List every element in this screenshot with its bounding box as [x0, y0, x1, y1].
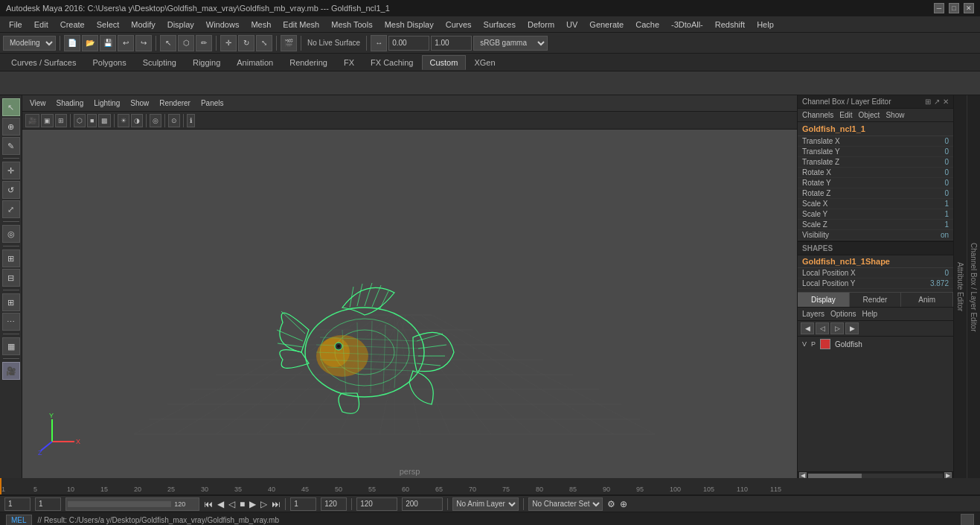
vp-wireframe-btn[interactable]: ⬡: [74, 114, 86, 127]
move-tool[interactable]: ✛: [220, 35, 237, 51]
timeline-range[interactable]: 120: [65, 497, 199, 511]
rotate-tool-btn[interactable]: ↺: [2, 181, 20, 199]
render-region-btn[interactable]: ▦: [2, 337, 20, 355]
cb-pin-btn[interactable]: ⊞: [925, 98, 931, 106]
vp-select-btn[interactable]: ▣: [41, 114, 54, 127]
close-button[interactable]: ✕: [964, 3, 974, 13]
menu-mesh-display[interactable]: Mesh Display: [379, 19, 440, 31]
menu-modify[interactable]: Modify: [125, 19, 161, 31]
menu-mesh-tools[interactable]: Mesh Tools: [325, 19, 378, 31]
snap-curve-btn[interactable]: ⋯: [2, 313, 20, 331]
layer-next-btn[interactable]: ▷: [830, 322, 844, 334]
shelf-tab-sculpting[interactable]: Sculpting: [135, 55, 185, 70]
tab-render[interactable]: Render: [850, 293, 902, 307]
menu-3dto-all[interactable]: -3DtoAll-: [665, 19, 709, 31]
vp-hud-btn[interactable]: ℹ: [187, 114, 195, 127]
shelf-tab-curves[interactable]: Curves / Surfaces: [3, 55, 84, 70]
range-end-field[interactable]: [402, 497, 443, 511]
vp-isolate-btn[interactable]: ⊙: [168, 114, 180, 127]
menu-windows[interactable]: Windows: [200, 19, 246, 31]
channel-rotate-y[interactable]: Rotate Y 0: [798, 178, 953, 188]
menu-deform[interactable]: Deform: [522, 19, 560, 31]
cb-channels-menu[interactable]: Channels: [802, 111, 833, 119]
vp-xray-btn[interactable]: ◎: [150, 114, 161, 127]
channel-rotate-z[interactable]: Rotate Z 0: [798, 188, 953, 199]
cb-edit-menu[interactable]: Edit: [839, 111, 852, 119]
select-tool[interactable]: ↖: [160, 35, 176, 51]
mode-select[interactable]: Modeling: [3, 36, 56, 51]
new-button[interactable]: 📄: [64, 35, 80, 51]
scale-tool[interactable]: ⤡: [256, 35, 272, 51]
vp-menu-shading[interactable]: Shading: [52, 98, 89, 108]
cb-detach-btn[interactable]: ↗: [934, 98, 940, 106]
menu-edit-mesh[interactable]: Edit Mesh: [277, 19, 325, 31]
channel-local-pos-x[interactable]: Local Position X 0: [798, 268, 953, 279]
cb-close-btn[interactable]: ✕: [943, 98, 949, 106]
menu-surfaces[interactable]: Surfaces: [478, 19, 522, 31]
cb-object-menu[interactable]: Object: [859, 111, 880, 119]
channel-rotate-x[interactable]: Rotate X 0: [798, 168, 953, 178]
vp-camera-btn[interactable]: 🎥: [25, 114, 39, 127]
gamma-select[interactable]: sRGB gamma: [473, 36, 548, 51]
move-tool-btn[interactable]: ✛: [2, 162, 20, 179]
lasso-select-btn[interactable]: ⊕: [2, 118, 20, 136]
show-manip-btn[interactable]: ⊞: [2, 249, 20, 267]
layer-visibility[interactable]: V: [802, 340, 807, 348]
lasso-tool[interactable]: ⬡: [178, 35, 194, 51]
rotate-tool[interactable]: ↻: [238, 35, 254, 51]
channel-scale-x[interactable]: Scale X 1: [798, 199, 953, 209]
tab-display[interactable]: Display: [798, 293, 850, 307]
shelf-tab-custom[interactable]: Custom: [422, 55, 467, 70]
maximize-button[interactable]: □: [949, 3, 959, 13]
vp-menu-panels[interactable]: Panels: [196, 98, 228, 108]
hide-btn[interactable]: ⊟: [2, 269, 20, 287]
cb-layer-tab[interactable]: Channel Box / Layer Editor: [967, 95, 980, 479]
vp-menu-show[interactable]: Show: [126, 98, 153, 108]
menu-curves[interactable]: Curves: [440, 19, 478, 31]
menu-redshift[interactable]: Redshift: [709, 19, 751, 31]
camera-btn[interactable]: 🎥: [2, 362, 20, 380]
layer-pickable[interactable]: P: [811, 340, 816, 348]
menu-help[interactable]: Help: [751, 19, 780, 31]
open-button[interactable]: 📂: [82, 35, 98, 51]
menu-edit[interactable]: Edit: [28, 19, 54, 31]
layer-next2-btn[interactable]: ▶: [845, 322, 859, 334]
menu-select[interactable]: Select: [91, 19, 126, 31]
tab-anim[interactable]: Anim: [901, 293, 953, 307]
menu-file[interactable]: File: [3, 19, 28, 31]
menu-mesh[interactable]: Mesh: [245, 19, 277, 31]
redo-button[interactable]: ↪: [135, 35, 152, 51]
layers-menu[interactable]: Layers: [802, 310, 824, 318]
scale-tool-btn[interactable]: ⤢: [2, 200, 20, 218]
menu-uv[interactable]: UV: [560, 19, 583, 31]
channel-scale-z[interactable]: Scale Z 1: [798, 220, 953, 230]
canvas-area[interactable]: X Y Z persp: [22, 130, 797, 479]
layer-prev2-btn[interactable]: ◁: [816, 322, 829, 334]
options-menu[interactable]: Options: [830, 310, 856, 318]
select-tool-btn[interactable]: ↖: [2, 98, 20, 116]
shelf-tab-fx-caching[interactable]: FX Caching: [362, 55, 421, 70]
vp-texture-btn[interactable]: ▩: [98, 114, 111, 127]
vp-solid-btn[interactable]: ■: [87, 114, 97, 127]
menu-generate[interactable]: Generate: [583, 19, 630, 31]
channel-translate-x[interactable]: Translate X 0: [798, 136, 953, 147]
layer-help-menu[interactable]: Help: [862, 310, 877, 318]
shelf-tab-xgen[interactable]: XGen: [466, 55, 503, 70]
channel-visibility[interactable]: Visibility on: [798, 230, 953, 241]
play-back-btn[interactable]: ◁: [228, 499, 235, 509]
channel-translate-z[interactable]: Translate Z 0: [798, 157, 953, 168]
paint-tool[interactable]: ✏: [196, 35, 212, 51]
playback-start-field[interactable]: [290, 497, 316, 511]
prev-key-btn[interactable]: ⏮: [204, 499, 213, 509]
script-editor-btn[interactable]: [961, 514, 974, 526]
shelf-tab-polygons[interactable]: Polygons: [84, 55, 134, 70]
stop-btn[interactable]: ■: [240, 499, 245, 509]
play-fwd-btn[interactable]: ▶: [249, 499, 256, 509]
start-frame-field[interactable]: [4, 497, 31, 511]
next-key-btn[interactable]: ⏭: [272, 499, 281, 509]
menu-cache[interactable]: Cache: [630, 19, 665, 31]
channel-translate-y[interactable]: Translate Y 0: [798, 147, 953, 157]
minimize-button[interactable]: ─: [934, 3, 944, 13]
shelf-tab-rigging[interactable]: Rigging: [185, 55, 228, 70]
translate-btn[interactable]: ↔: [371, 35, 387, 51]
